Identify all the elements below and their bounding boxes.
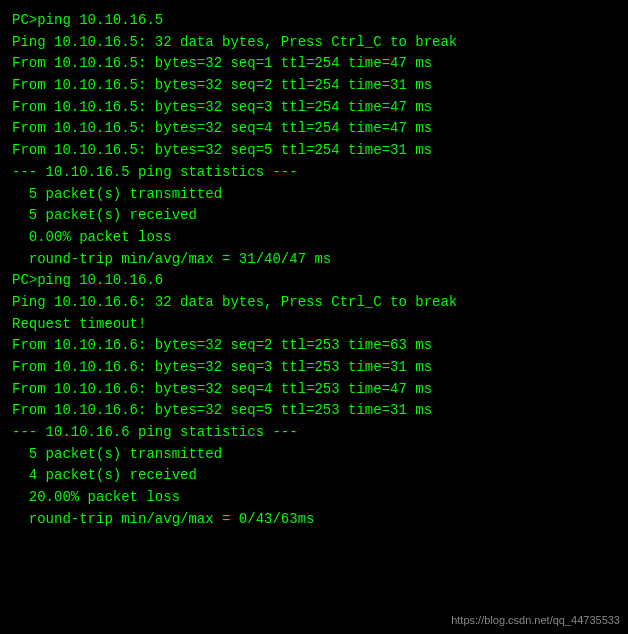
terminal-line-stat2_2: 4 packet(s) received [12,465,616,487]
terminal-line-stat1_4: round-trip min/avg/max = 31/40/47 ms [12,249,616,271]
terminal-line-stat2_hdr: --- 10.10.16.6 ping statistics --- [12,422,616,444]
terminal-line-ping2_r5: From 10.10.16.6: bytes=32 seq=5 ttl=253 … [12,400,616,422]
terminal-line-stat1_1: 5 packet(s) transmitted [12,184,616,206]
terminal-line-stat2_3: 20.00% packet loss [12,487,616,509]
terminal-line-ping1_r3: From 10.10.16.5: bytes=32 seq=3 ttl=254 … [12,97,616,119]
terminal-line-ping1_r2: From 10.10.16.5: bytes=32 seq=2 ttl=254 … [12,75,616,97]
terminal-line-ping1_hdr: Ping 10.10.16.5: 32 data bytes, Press Ct… [12,32,616,54]
terminal-line-ping2_r3: From 10.10.16.6: bytes=32 seq=3 ttl=253 … [12,357,616,379]
terminal-line-stat2_1: 5 packet(s) transmitted [12,444,616,466]
terminal-line-cmd1: PC>ping 10.10.16.5 [12,10,616,32]
watermark: https://blog.csdn.net/qq_44735533 [451,614,620,626]
terminal-line-ping2_r4: From 10.10.16.6: bytes=32 seq=4 ttl=253 … [12,379,616,401]
terminal-line-stat1_3: 0.00% packet loss [12,227,616,249]
terminal-line-ping1_r4: From 10.10.16.5: bytes=32 seq=4 ttl=254 … [12,118,616,140]
terminal-container: PC>ping 10.10.16.5Ping 10.10.16.5: 32 da… [12,10,616,531]
terminal-line-ping2_r2: From 10.10.16.6: bytes=32 seq=2 ttl=253 … [12,335,616,357]
terminal-line-ping1_r1: From 10.10.16.5: bytes=32 seq=1 ttl=254 … [12,53,616,75]
terminal-line-ping1_r5: From 10.10.16.5: bytes=32 seq=5 ttl=254 … [12,140,616,162]
terminal-line-stat1_hdr: --- 10.10.16.5 ping statistics --- [12,162,616,184]
terminal-line-stat1_2: 5 packet(s) received [12,205,616,227]
terminal-line-cmd2: PC>ping 10.10.16.6 [12,270,616,292]
terminal-line-stat2_4: round-trip min/avg/max = 0/43/63ms [12,509,616,531]
terminal-line-ping2_hdr: Ping 10.10.16.6: 32 data bytes, Press Ct… [12,292,616,314]
terminal-line-ping2_timeout: Request timeout! [12,314,616,336]
